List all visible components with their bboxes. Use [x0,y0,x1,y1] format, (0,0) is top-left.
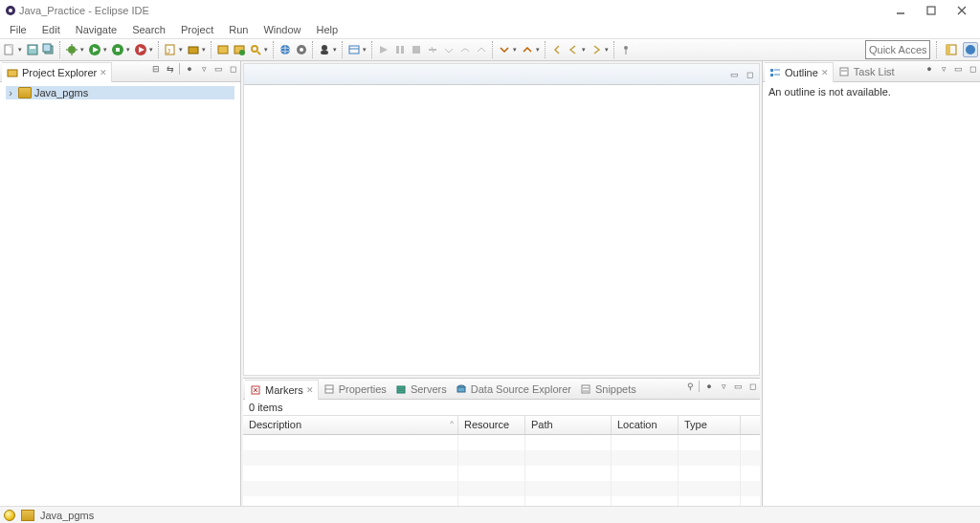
col-type[interactable]: Type [679,416,741,434]
pin-editor-button[interactable] [618,42,634,57]
tree-item-root[interactable]: › Java_pgms [6,86,234,99]
col-location[interactable]: Location [612,416,679,434]
new-button[interactable] [2,42,17,57]
new-java-button[interactable]: J [163,42,178,57]
menu-help[interactable]: Help [309,24,346,35]
minimize-view-icon[interactable]: ▭ [732,381,744,392]
close-icon[interactable]: ✕ [100,68,107,77]
maximize-button[interactable] [924,4,938,17]
run-dropdown[interactable]: ▾ [103,46,109,54]
open-type-button[interactable] [215,42,231,57]
javaee-perspective-button[interactable] [963,42,978,57]
search-dropdown[interactable]: ▾ [264,46,270,54]
menu-window[interactable]: Window [256,24,308,35]
search-button[interactable] [248,42,263,57]
link-editor-icon[interactable]: ⇆ [165,63,176,75]
close-button[interactable] [955,4,969,17]
prev-ann-dropdown[interactable]: ▾ [536,46,542,54]
bookmark-button[interactable] [294,42,309,57]
new-java-dropdown[interactable]: ▾ [179,46,185,54]
prev-annotation-button[interactable] [520,42,535,57]
col-path[interactable]: Path [525,416,612,434]
expander-icon[interactable]: › [6,87,15,98]
resume-button[interactable] [376,42,391,57]
minimize-view-icon[interactable]: ▭ [212,63,224,75]
tab-snippets[interactable]: Snippets [575,379,640,399]
menu-navigate[interactable]: Navigate [68,24,124,35]
dse-icon [455,382,468,396]
debug-button[interactable] [64,42,79,57]
step-over-button[interactable] [457,42,473,57]
maximize-view-icon[interactable]: ◻ [746,381,758,392]
disconnect-button[interactable] [425,42,440,57]
open-task-button[interactable] [232,42,247,57]
maximize-view-icon[interactable]: ◻ [967,63,978,75]
step-into-button[interactable] [441,42,457,57]
minimize-editor-icon[interactable]: ▭ [728,69,740,80]
maximize-editor-icon[interactable]: ◻ [744,69,755,80]
new-package-button[interactable] [186,42,201,57]
col-description[interactable]: Description [243,416,458,434]
close-icon[interactable]: ✕ [821,68,829,77]
back-dropdown[interactable]: ▾ [582,46,588,54]
focus-icon[interactable]: ● [924,63,935,75]
breadcrumb-dropdown[interactable]: ▾ [363,46,368,54]
last-edit-button[interactable] [549,42,565,57]
coverage-dropdown[interactable]: ▾ [126,46,132,54]
tab-servers[interactable]: Servers [390,379,451,399]
quick-access-input[interactable] [865,40,930,59]
save-button[interactable] [25,42,40,57]
save-all-button[interactable] [41,42,56,57]
run-button[interactable] [87,42,102,57]
web-browser-button[interactable] [278,42,293,57]
new-package-dropdown[interactable]: ▾ [202,46,208,54]
minimize-button[interactable] [894,4,907,17]
next-annotation-button[interactable] [497,42,512,57]
markers-table-body[interactable] [243,435,760,506]
forward-button[interactable] [589,42,604,57]
tip-icon[interactable] [4,510,15,521]
tab-task-list[interactable]: Task List [834,61,899,81]
tab-data-source-explorer[interactable]: Data Source Explorer [451,379,575,399]
debug-dropdown[interactable]: ▾ [80,46,86,54]
menu-file[interactable]: File [2,24,34,35]
view-menu-icon[interactable]: ▿ [938,63,949,75]
team-button[interactable] [317,42,332,57]
outline-icon [768,66,782,79]
run-last-button[interactable] [133,42,148,57]
menu-edit[interactable]: Edit [34,24,68,35]
tab-markers[interactable]: Markers ✕ [245,380,319,400]
focus-task-icon[interactable]: ● [184,63,195,75]
col-resource[interactable]: Resource [458,416,525,434]
menu-run[interactable]: Run [221,24,256,35]
coverage-button[interactable] [110,42,125,57]
next-ann-dropdown[interactable]: ▾ [513,46,519,54]
forward-dropdown[interactable]: ▾ [605,46,611,54]
new-dropdown[interactable]: ▾ [18,46,24,54]
team-dropdown[interactable]: ▾ [333,46,339,54]
tab-project-explorer[interactable]: Project Explorer ✕ [2,62,112,82]
workbench: Project Explorer ✕ ⊟ ⇆ ● ▿ ▭ ◻ › Java_pg… [0,61,980,506]
view-menu-icon[interactable]: ▿ [718,381,729,392]
toggle-breadcrumb-button[interactable] [346,42,362,57]
project-explorer-body[interactable]: › Java_pgms [0,82,240,506]
menu-project[interactable]: Project [173,24,221,35]
view-menu-icon[interactable]: ▿ [198,63,210,75]
run-last-dropdown[interactable]: ▾ [149,46,155,54]
close-icon[interactable]: ✕ [306,385,314,395]
focus-icon[interactable]: ● [703,381,715,392]
collapse-all-icon[interactable]: ⊟ [150,63,162,75]
maximize-view-icon[interactable]: ◻ [227,63,238,75]
suspend-button[interactable] [392,42,408,57]
open-perspective-button[interactable] [944,42,959,57]
terminate-button[interactable] [409,42,424,57]
tab-outline[interactable]: Outline ✕ [765,62,834,82]
editor-area[interactable]: ▭ ◻ [243,63,760,376]
back-button[interactable] [566,42,581,57]
table-row [243,450,760,466]
minimize-view-icon[interactable]: ▭ [952,63,964,75]
tab-properties[interactable]: Properties [319,379,390,399]
menu-search[interactable]: Search [124,24,173,35]
filter-icon[interactable]: ⚲ [684,381,696,392]
step-return-button[interactable] [474,42,489,57]
